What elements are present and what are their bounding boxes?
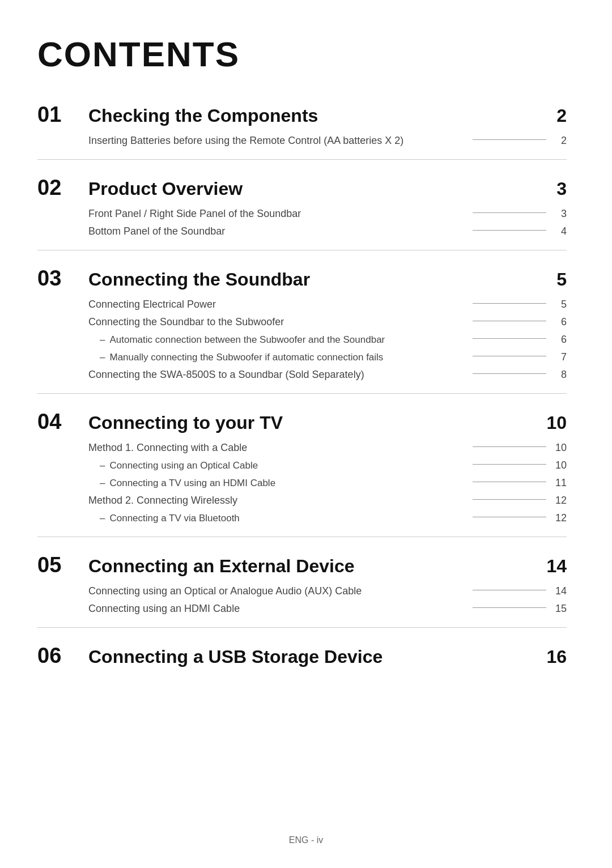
section-page-02: 3 <box>538 178 567 199</box>
list-item: –Automatic connection between the Subwoo… <box>100 334 567 346</box>
section-header-06: 06Connecting a USB Storage Device16 <box>37 644 567 668</box>
section-title-01: Checking the Components <box>88 105 538 126</box>
section-03: 03Connecting the Soundbar5Connecting Ele… <box>37 266 567 381</box>
section-04: 04Connecting to your TV10Method 1. Conne… <box>37 410 567 524</box>
section-header-01: 01Checking the Components2 <box>37 103 567 127</box>
toc-item-page: 12 <box>553 495 567 507</box>
toc-item-text: Method 1. Connecting with a Cable <box>88 442 466 454</box>
list-item: –Manually connecting the Subwoofer if au… <box>100 351 567 363</box>
section-items-02: Front Panel / Right Side Panel of the So… <box>88 208 567 237</box>
toc-item-text: Connecting using an Optical or Analogue … <box>88 585 466 597</box>
list-item: Method 2. Connecting Wirelessly12 <box>88 495 567 507</box>
list-item: Connecting using an Optical or Analogue … <box>88 585 567 597</box>
toc-item-page: 6 <box>553 316 567 328</box>
footer: ENG - iv <box>0 835 612 845</box>
toc-item-page: 5 <box>553 299 567 310</box>
toc-dots <box>473 482 546 482</box>
section-number-02: 02 <box>37 176 88 200</box>
toc-item-page: 10 <box>553 459 567 471</box>
list-item: –Connecting a TV via Bluetooth12 <box>100 512 567 524</box>
toc-item-text: Connecting using an HDMI Cable <box>88 603 466 615</box>
toc-dots <box>473 303 546 304</box>
section-title-05: Connecting an External Device <box>88 556 538 577</box>
section-page-06: 16 <box>538 646 567 667</box>
toc-dots <box>473 356 546 356</box>
section-header-03: 03Connecting the Soundbar5 <box>37 266 567 291</box>
section-page-05: 14 <box>538 556 567 577</box>
section-number-06: 06 <box>37 644 88 668</box>
toc-item-page: 14 <box>553 585 567 597</box>
toc-item-page: 2 <box>553 135 567 147</box>
toc-item-text: –Connecting using an Optical Cable <box>100 460 466 471</box>
section-page-01: 2 <box>538 105 567 126</box>
toc-item-text: –Connecting a TV using an HDMI Cable <box>100 478 466 489</box>
section-02: 02Product Overview3Front Panel / Right S… <box>37 176 567 237</box>
section-items-04: Method 1. Connecting with a Cable10–Conn… <box>88 442 567 524</box>
section-title-04: Connecting to your TV <box>88 412 538 433</box>
toc-dots <box>473 139 546 140</box>
section-01: 01Checking the Components2Inserting Batt… <box>37 103 567 147</box>
list-item: Connecting using an HDMI Cable15 <box>88 603 567 615</box>
list-item: Connecting Electrical Power5 <box>88 299 567 310</box>
section-divider <box>37 159 567 160</box>
list-item: Connecting the Soundbar to the Subwoofer… <box>88 316 567 328</box>
section-divider <box>37 627 567 628</box>
page-title: CONTENTS <box>37 34 567 74</box>
section-page-03: 5 <box>538 269 567 290</box>
toc-item-page: 6 <box>553 334 567 346</box>
section-items-03: Connecting Electrical Power5Connecting t… <box>88 299 567 381</box>
toc-dots <box>473 607 546 608</box>
toc-item-text: Connecting Electrical Power <box>88 299 466 310</box>
toc-item-text: Method 2. Connecting Wirelessly <box>88 495 466 507</box>
toc-item-page: 10 <box>553 442 567 454</box>
toc-dots <box>473 499 546 500</box>
list-item: –Connecting a TV using an HDMI Cable11 <box>100 477 567 489</box>
section-divider <box>37 537 567 537</box>
section-items-01: Inserting Batteries before using the Rem… <box>88 135 567 147</box>
toc-dots <box>473 464 546 465</box>
toc-dots <box>473 590 546 590</box>
section-items-05: Connecting using an Optical or Analogue … <box>88 585 567 615</box>
section-06: 06Connecting a USB Storage Device16 <box>37 644 567 668</box>
section-number-01: 01 <box>37 103 88 127</box>
toc-dots <box>473 373 546 374</box>
section-05: 05Connecting an External Device14Connect… <box>37 553 567 615</box>
toc-item-page: 8 <box>553 369 567 381</box>
section-header-05: 05Connecting an External Device14 <box>37 553 567 577</box>
list-item: Inserting Batteries before using the Rem… <box>88 135 567 147</box>
toc-item-text: Connecting the Soundbar to the Subwoofer <box>88 316 466 328</box>
toc-item-page: 15 <box>553 603 567 615</box>
list-item: –Connecting using an Optical Cable10 <box>100 459 567 471</box>
section-header-04: 04Connecting to your TV10 <box>37 410 567 434</box>
toc-item-text: –Connecting a TV via Bluetooth <box>100 513 466 524</box>
section-divider <box>37 393 567 394</box>
toc-container: 01Checking the Components2Inserting Batt… <box>37 103 567 668</box>
toc-item-text: Bottom Panel of the Soundbar <box>88 225 466 237</box>
section-number-03: 03 <box>37 266 88 291</box>
section-page-04: 10 <box>538 412 567 433</box>
dash-icon: – <box>100 352 105 363</box>
section-number-04: 04 <box>37 410 88 434</box>
section-number-05: 05 <box>37 553 88 577</box>
toc-item-page: 12 <box>553 512 567 524</box>
toc-dots <box>473 230 546 231</box>
toc-item-page: 3 <box>553 208 567 220</box>
dash-icon: – <box>100 478 105 488</box>
list-item: Method 1. Connecting with a Cable10 <box>88 442 567 454</box>
toc-dots <box>473 212 546 213</box>
toc-item-page: 7 <box>553 351 567 363</box>
section-title-02: Product Overview <box>88 178 538 199</box>
toc-item-text: –Automatic connection between the Subwoo… <box>100 334 466 346</box>
dash-icon: – <box>100 334 105 345</box>
dash-icon: – <box>100 513 105 524</box>
toc-item-text: –Manually connecting the Subwoofer if au… <box>100 352 466 363</box>
section-divider <box>37 250 567 250</box>
toc-item-page: 11 <box>553 477 567 489</box>
list-item: Connecting the SWA-8500S to a Soundbar (… <box>88 369 567 381</box>
toc-dots <box>473 321 546 321</box>
toc-item-text: Front Panel / Right Side Panel of the So… <box>88 208 466 220</box>
section-title-03: Connecting the Soundbar <box>88 269 538 290</box>
toc-item-page: 4 <box>553 225 567 237</box>
toc-dots <box>473 338 546 339</box>
list-item: Front Panel / Right Side Panel of the So… <box>88 208 567 220</box>
